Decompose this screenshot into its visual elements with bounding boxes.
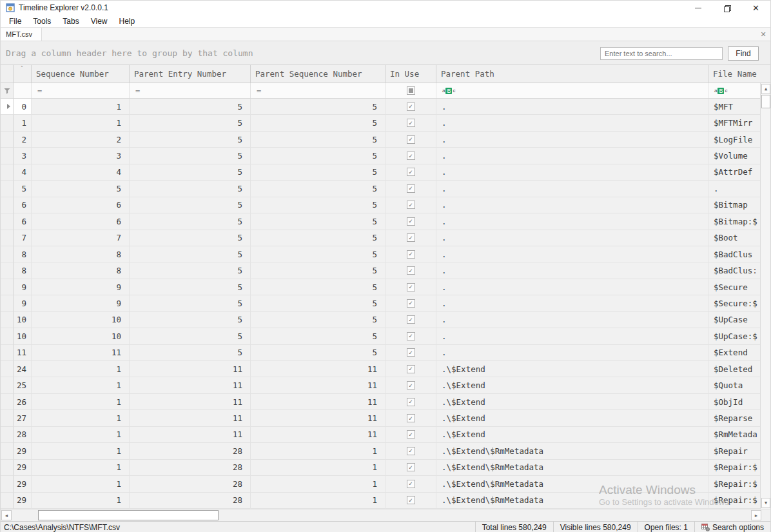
- cell-sequence-number[interactable]: 8: [32, 262, 130, 279]
- cell-parent-entry-number[interactable]: 28: [130, 443, 251, 459]
- row-indicator-cell[interactable]: [1, 443, 14, 459]
- column-header-parent-path[interactable]: Parent Path: [436, 65, 708, 83]
- cell-parent-entry-number[interactable]: 28: [130, 476, 251, 492]
- cell-parent-sequence-number[interactable]: 11: [251, 361, 386, 377]
- cell-parent-path[interactable]: .: [436, 213, 708, 230]
- cell-entry-number[interactable]: 29: [14, 443, 32, 459]
- cell-file-name[interactable]: $Extend: [708, 345, 761, 361]
- cell-in-use[interactable]: ✓: [386, 476, 436, 492]
- cell-parent-entry-number[interactable]: 5: [130, 262, 251, 279]
- cell-parent-entry-number[interactable]: 5: [130, 213, 251, 230]
- filter-in-use-checkbox[interactable]: [386, 83, 436, 98]
- close-button[interactable]: ✕: [741, 1, 770, 15]
- cell-parent-path[interactable]: .: [436, 262, 708, 279]
- restore-button[interactable]: [712, 1, 741, 15]
- cell-file-name[interactable]: $MFTMirr: [708, 115, 761, 131]
- cell-in-use[interactable]: ✓: [386, 99, 436, 115]
- cell-sequence-number[interactable]: 1: [32, 361, 130, 377]
- menu-help[interactable]: Help: [113, 15, 141, 27]
- cell-parent-entry-number[interactable]: 5: [130, 279, 251, 295]
- status-search-options[interactable]: Search options: [694, 522, 770, 532]
- cell-in-use[interactable]: ✓: [386, 345, 436, 361]
- horizontal-scrollbar-thumb[interactable]: [38, 510, 219, 520]
- cell-file-name[interactable]: $Bitmap:$: [708, 213, 761, 230]
- cell-parent-sequence-number[interactable]: 5: [251, 181, 386, 197]
- row-indicator-cell[interactable]: [1, 460, 14, 476]
- cell-file-name[interactable]: $Repair:$: [708, 493, 761, 509]
- cell-parent-sequence-number[interactable]: 5: [251, 328, 386, 344]
- row-indicator-cell[interactable]: [1, 262, 14, 279]
- cell-sequence-number[interactable]: 1: [32, 427, 130, 443]
- cell-parent-entry-number[interactable]: 5: [130, 246, 251, 262]
- menu-tools[interactable]: Tools: [27, 15, 57, 27]
- minimize-button[interactable]: [683, 1, 712, 15]
- row-indicator-cell[interactable]: [1, 476, 14, 492]
- cell-entry-number[interactable]: 29: [14, 460, 32, 476]
- row-indicator-cell[interactable]: [1, 279, 14, 295]
- cell-entry-number[interactable]: 8: [14, 246, 32, 262]
- cell-parent-entry-number[interactable]: 5: [130, 230, 251, 246]
- cell-parent-path[interactable]: .: [436, 312, 708, 328]
- cell-entry-number[interactable]: 27: [14, 410, 32, 426]
- row-indicator-cell[interactable]: [1, 410, 14, 426]
- cell-in-use[interactable]: ✓: [386, 295, 436, 311]
- cell-parent-entry-number[interactable]: 5: [130, 99, 251, 115]
- filter-parent-path[interactable]: aBc: [436, 83, 708, 98]
- cell-sequence-number[interactable]: 2: [32, 132, 130, 148]
- cell-file-name[interactable]: $LogFile: [708, 132, 761, 148]
- row-indicator-cell[interactable]: [1, 197, 14, 213]
- cell-in-use[interactable]: ✓: [386, 279, 436, 295]
- cell-parent-path[interactable]: .: [436, 230, 708, 246]
- cell-file-name[interactable]: $MFT: [708, 99, 761, 115]
- cell-entry-number[interactable]: 6: [14, 213, 32, 230]
- row-indicator-cell[interactable]: [1, 148, 14, 164]
- menu-tabs[interactable]: Tabs: [57, 15, 84, 27]
- cell-parent-sequence-number[interactable]: 5: [251, 230, 386, 246]
- cell-parent-sequence-number[interactable]: 5: [251, 99, 386, 115]
- cell-file-name[interactable]: $ObjId: [708, 394, 761, 410]
- cell-file-name[interactable]: $Bitmap: [708, 197, 761, 213]
- row-indicator-cell[interactable]: [1, 181, 14, 197]
- cell-in-use[interactable]: ✓: [386, 328, 436, 344]
- row-indicator-cell[interactable]: [1, 328, 14, 344]
- cell-parent-sequence-number[interactable]: 5: [251, 197, 386, 213]
- column-header-parent-sequence-number[interactable]: Parent Sequence Number: [251, 65, 386, 83]
- cell-parent-sequence-number[interactable]: 5: [251, 213, 386, 230]
- row-indicator-cell[interactable]: [1, 295, 14, 311]
- column-header-entry-number[interactable]: `: [14, 65, 32, 83]
- cell-entry-number[interactable]: 25: [14, 377, 32, 393]
- cell-parent-sequence-number[interactable]: 5: [251, 345, 386, 361]
- cell-parent-sequence-number[interactable]: 5: [251, 148, 386, 164]
- cell-parent-entry-number[interactable]: 11: [130, 427, 251, 443]
- filter-parent-entry-number[interactable]: =: [130, 83, 251, 98]
- cell-parent-path[interactable]: .\$Extend: [436, 427, 708, 443]
- cell-entry-number[interactable]: 5: [14, 181, 32, 197]
- cell-entry-number[interactable]: 29: [14, 476, 32, 492]
- vertical-scrollbar-thumb[interactable]: [761, 95, 770, 108]
- cell-sequence-number[interactable]: 7: [32, 230, 130, 246]
- cell-parent-entry-number[interactable]: 5: [130, 181, 251, 197]
- cell-entry-number[interactable]: 2: [14, 132, 32, 148]
- cell-parent-sequence-number[interactable]: 5: [251, 262, 386, 279]
- cell-file-name[interactable]: $Quota: [708, 377, 761, 393]
- cell-entry-number[interactable]: 8: [14, 262, 32, 279]
- cell-entry-number[interactable]: 4: [14, 164, 32, 181]
- cell-parent-entry-number[interactable]: 11: [130, 394, 251, 410]
- cell-parent-sequence-number[interactable]: 11: [251, 427, 386, 443]
- cell-file-name[interactable]: $Deleted: [708, 361, 761, 377]
- cell-file-name[interactable]: $UpCase:$: [708, 328, 761, 344]
- cell-in-use[interactable]: ✓: [386, 361, 436, 377]
- cell-parent-entry-number[interactable]: 28: [130, 493, 251, 509]
- cell-sequence-number[interactable]: 10: [32, 312, 130, 328]
- cell-parent-entry-number[interactable]: 5: [130, 295, 251, 311]
- cell-sequence-number[interactable]: 1: [32, 493, 130, 509]
- cell-in-use[interactable]: ✓: [386, 213, 436, 230]
- cell-parent-sequence-number[interactable]: 11: [251, 394, 386, 410]
- cell-parent-path[interactable]: .: [436, 181, 708, 197]
- cell-entry-number[interactable]: 9: [14, 295, 32, 311]
- cell-in-use[interactable]: ✓: [386, 148, 436, 164]
- cell-in-use[interactable]: ✓: [386, 312, 436, 328]
- cell-parent-entry-number[interactable]: 11: [130, 410, 251, 426]
- cell-parent-path[interactable]: .: [436, 132, 708, 148]
- cell-file-name[interactable]: $Repair:$: [708, 460, 761, 476]
